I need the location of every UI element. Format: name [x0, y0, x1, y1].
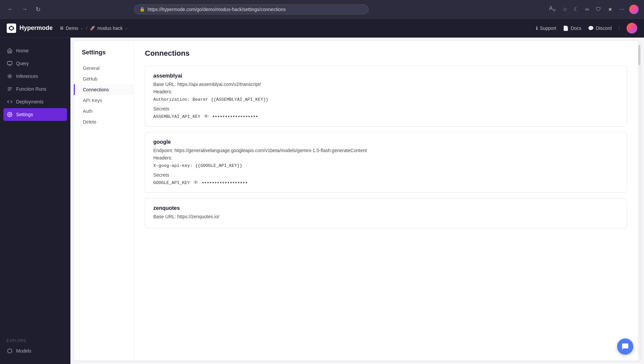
google-endpoint: Endpoint: https://generativelanguage.goo… [153, 148, 619, 153]
profile-avatar[interactable] [629, 5, 639, 14]
breadcrumb-separator: / [86, 26, 87, 31]
discord-icon: 💬 [588, 26, 594, 31]
project-label: modus hack [97, 26, 122, 31]
sidebar-settings-label: Settings [16, 112, 33, 117]
models-icon [7, 348, 13, 354]
demo-chevron: ⌄ [80, 26, 83, 30]
assemblyai-secret-dots: •••••••••••••••••• [212, 113, 258, 120]
google-endpoint-value: https://generativelanguage.googleapis.co… [174, 148, 367, 153]
connection-card-assemblyai: assemblyai Base URL: https://api.assembl… [145, 66, 627, 127]
query-icon [7, 60, 13, 66]
main-content: Home Query [0, 38, 644, 364]
settings-nav-connections[interactable]: Connections [74, 84, 134, 95]
inferences-icon [7, 73, 13, 79]
url-text: https://hypermode.com/go/demo/modus-hack… [148, 7, 363, 12]
page-area: Settings General GitHub Connections API … [70, 38, 644, 364]
discord-button[interactable]: 💬 Discord [588, 26, 611, 31]
browser-chrome: ← → ↻ 🔒 https://hypermode.com/go/demo/mo… [0, 0, 644, 19]
address-bar[interactable]: 🔒 https://hypermode.com/go/demo/modus-ha… [134, 4, 369, 14]
translate-icon[interactable]: A字 [547, 4, 558, 14]
assemblyai-base-url: Base URL: https://api.assemblyai.com/v2/… [153, 82, 619, 87]
breadcrumb-project[interactable]: 🚀 modus hack ⌄ [90, 26, 127, 31]
assemblyai-toggle-secret-icon[interactable]: 👁 [204, 113, 209, 120]
google-headers-label: Headers: [153, 155, 172, 161]
project-icon: 🚀 [90, 26, 95, 31]
google-endpoint-label: Endpoint: [153, 148, 173, 153]
assemblyai-base-url-label: Base URL: [153, 82, 176, 87]
google-api-key-header: X-goog-api-key: {{GOOGLE_API_KEY}} [153, 163, 242, 168]
scroll-track[interactable] [638, 41, 641, 361]
zenquotes-base-url-label: Base URL: [153, 214, 176, 219]
google-header-code: X-goog-api-key: {{GOOGLE_API_KEY}} [153, 163, 619, 168]
user-avatar[interactable] [627, 23, 637, 34]
docs-label: Docs [571, 26, 581, 31]
google-secret-dots: •••••••••••••••••• [202, 180, 248, 186]
lock-icon: 🔒 [140, 7, 145, 12]
assemblyai-name: assemblyai [153, 73, 619, 79]
assemblyai-secret-key: ASSEMBLYAI_API_KEY [153, 114, 200, 119]
sidebar-item-deployments[interactable]: Deployments [0, 95, 70, 108]
nav-right: ℹ Support 📄 Docs 💬 Discord | [536, 23, 637, 34]
settings-nav-auth[interactable]: Auth [74, 106, 134, 117]
chat-bubble[interactable] [617, 338, 633, 355]
settings-sidebar: Settings General GitHub Connections API … [74, 41, 134, 361]
zenquotes-base-url-value: https://zenquotes.io/ [177, 214, 219, 219]
svg-point-3 [9, 76, 10, 77]
settings-nav-general[interactable]: General [74, 63, 134, 74]
support-button[interactable]: ℹ Support [536, 26, 556, 31]
sidebar-item-models[interactable]: Models [0, 345, 70, 357]
connections-content: Connections assemblyai Base URL: https:/… [134, 41, 638, 361]
back-button[interactable]: ← [5, 4, 15, 14]
google-secret-row: GOOGLE_API_KEY 👁 •••••••••••••••••• [153, 180, 619, 186]
settings-nav-github[interactable]: GitHub [74, 74, 134, 84]
google-secrets-label: Secrets [153, 172, 619, 178]
svg-point-7 [9, 114, 10, 115]
demo-label: Demo [66, 26, 78, 31]
explore-section: EXPLORE Models [0, 333, 70, 357]
dark-mode-icon[interactable]: ☾ [572, 5, 581, 14]
favorites-icon[interactable]: ★ [606, 5, 614, 14]
sidebar-inferences-label: Inferences [16, 74, 38, 79]
zenquotes-base-url: Base URL: https://zenquotes.io/ [153, 214, 619, 219]
settings-container: Settings General GitHub Connections API … [74, 41, 641, 361]
google-secret-key: GOOGLE_API_KEY [153, 180, 190, 185]
bookmark-icon[interactable]: ☆ [560, 5, 569, 14]
assemblyai-headers-label: Headers: [153, 89, 172, 94]
sidebar-item-home[interactable]: Home [0, 44, 70, 57]
reload-button[interactable]: ↻ [34, 4, 43, 14]
project-chevron: ⌄ [125, 26, 128, 30]
demo-icon: 🖥 [59, 26, 64, 31]
assemblyai-secrets-label: Secrets [153, 106, 619, 111]
extension-icon[interactable]: ∞ [583, 5, 591, 14]
app-container: Hypermode 🖥 Demo ⌄ / 🚀 modus hack ⌄ ℹ Su… [0, 19, 644, 364]
sidebar-deployments-label: Deployments [16, 99, 44, 104]
assemblyai-secret-row: ASSEMBLYAI_API_KEY 👁 •••••••••••••••••• [153, 113, 619, 120]
connection-card-google: google Endpoint: https://generativelangu… [145, 132, 627, 193]
discord-label: Discord [596, 26, 611, 31]
forward-button[interactable]: → [19, 4, 30, 14]
sidebar-query-label: Query [16, 61, 29, 66]
home-icon [7, 48, 13, 54]
scroll-thumb[interactable] [638, 45, 640, 65]
sidebar: Home Query [0, 38, 70, 364]
sidebar-item-function-runs[interactable]: Function Runs [0, 83, 70, 95]
support-icon: ℹ [536, 26, 538, 31]
settings-nav-delete[interactable]: Delete [74, 117, 134, 127]
nav-separator: | [619, 25, 620, 31]
explore-label: EXPLORE [0, 333, 70, 345]
settings-icon [7, 111, 13, 118]
more-icon[interactable]: ⋯ [617, 5, 627, 14]
settings-nav-api-keys[interactable]: API Keys [74, 95, 134, 106]
shield-icon[interactable]: 🛡 [594, 5, 603, 14]
google-headers: Headers: [153, 155, 619, 161]
docs-button[interactable]: 📄 Docs [563, 26, 581, 31]
connections-title: Connections [145, 49, 627, 58]
sidebar-item-inferences[interactable]: Inferences [0, 70, 70, 83]
logo-area[interactable]: Hypermode [7, 24, 53, 33]
settings-title: Settings [74, 49, 134, 63]
sidebar-item-settings[interactable]: Settings [3, 108, 67, 121]
deployments-icon [7, 99, 13, 105]
breadcrumb-demo[interactable]: 🖥 Demo ⌄ [59, 26, 83, 31]
google-toggle-secret-icon[interactable]: 👁 [193, 180, 199, 186]
sidebar-item-query[interactable]: Query [0, 57, 70, 70]
